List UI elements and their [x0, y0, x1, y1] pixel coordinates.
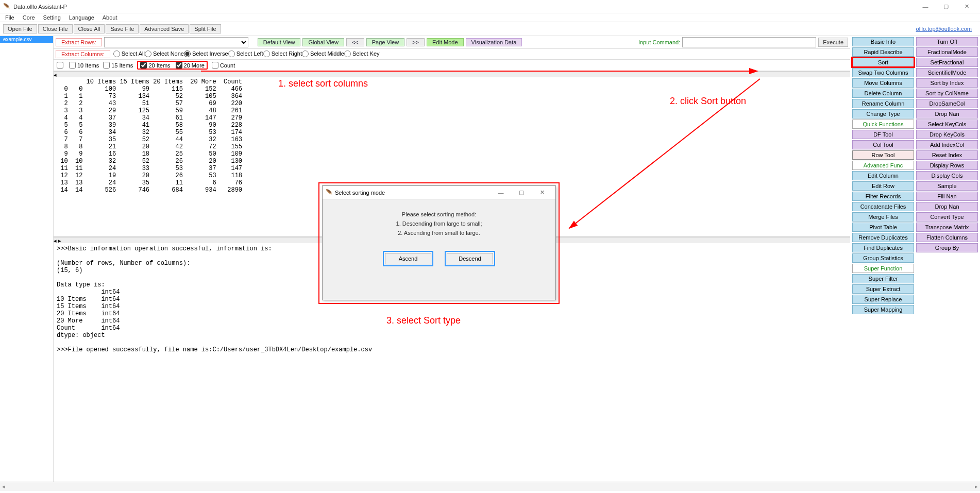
panel-convert-type[interactable]: Convert Type — [916, 212, 978, 222]
panel-select-keycols[interactable]: Select KeyCols — [916, 120, 978, 129]
panel-drop-nan[interactable]: Drop Nan — [916, 109, 978, 118]
scroll-left-icon[interactable]: ◂ — [0, 482, 7, 491]
dialog-title: Select sorting mode — [335, 190, 385, 196]
edit-mode-button[interactable]: Edit Mode — [427, 38, 464, 46]
maximize-icon[interactable]: ▢ — [936, 1, 956, 13]
panel-drop-keycols[interactable]: Drop KeyCols — [916, 130, 978, 139]
save-file-button[interactable]: Save File — [106, 24, 139, 33]
panel-transpose-matrix[interactable]: Transpose Matrix — [916, 223, 978, 232]
command-input[interactable] — [682, 37, 816, 47]
panel-concatenate-files[interactable]: Concatenate Files — [852, 202, 914, 211]
email-link[interactable]: olllo.top@outlook.com — [916, 26, 977, 32]
horiz-scroll-top[interactable]: ◂ — [54, 71, 850, 77]
panel-group-statistics[interactable]: Group Statistics — [852, 253, 914, 263]
panel-move-columns[interactable]: Move Columns — [852, 78, 914, 88]
menu-about[interactable]: About — [103, 14, 117, 21]
scroll-right-icon[interactable]: ▸ — [973, 482, 980, 491]
panel-find-duplicates[interactable]: Find Duplicates — [852, 243, 914, 252]
panel-display-cols[interactable]: Display Cols — [916, 171, 978, 180]
select-radio-select-right[interactable]: Select Right — [263, 50, 302, 57]
panel-filter-records[interactable]: Filter Records — [852, 192, 914, 201]
panel-row-tool[interactable]: Row Tool — [852, 150, 914, 160]
panel-turn-off[interactable]: Turn Off — [916, 37, 978, 46]
panel-edit-row[interactable]: Edit Row — [852, 181, 914, 191]
panel-dropsamecol[interactable]: DropSameCol — [916, 99, 978, 108]
panel-super-extract[interactable]: Super Extract — [852, 284, 914, 294]
panel-scientificimode[interactable]: ScientificIMode — [916, 68, 978, 77]
open-file-button[interactable]: Open File — [3, 24, 37, 33]
select-radio-select-middle[interactable]: Select Middle — [302, 50, 344, 57]
next-page-button[interactable]: >> — [407, 38, 425, 46]
dialog-maximize-icon[interactable]: ▢ — [511, 186, 532, 199]
panel-swap-two-columns[interactable]: Swap Two Columns — [852, 68, 914, 77]
panel-rapid-describe[interactable]: Rapid Describe — [852, 47, 914, 57]
panel-basic-info[interactable]: Basic Info — [852, 37, 914, 46]
select-radio-select-none[interactable]: Select None — [145, 50, 184, 57]
col-check-index[interactable] — [57, 62, 65, 69]
panel-sort[interactable]: Sort — [852, 58, 914, 67]
col-check-10-items[interactable]: 10 Items — [69, 62, 99, 69]
panel-df-tool[interactable]: DF Tool — [852, 130, 914, 139]
select-radio-select-left[interactable]: Select Left — [228, 50, 263, 57]
close-file-button[interactable]: Close File — [38, 24, 73, 33]
panel-change-type[interactable]: Change Type — [852, 109, 914, 118]
dialog-line3: 2. Ascending from small to large. — [328, 228, 550, 237]
page-view-button[interactable]: Page View — [366, 38, 404, 46]
visualization-button[interactable]: Visualization Data — [466, 38, 522, 46]
panel-rename-column[interactable]: Rename Column — [852, 99, 914, 108]
panel-super-mapping[interactable]: Super Mapping — [852, 305, 914, 314]
panel-setfractional[interactable]: SetFractional — [916, 58, 978, 67]
menu-setting[interactable]: Setting — [43, 14, 61, 21]
panel-edit-column[interactable]: Edit Column — [852, 171, 914, 180]
panel-fractionalmode[interactable]: FractionalMode — [916, 47, 978, 57]
panel-flatten-columns[interactable]: Flatten Columns — [916, 233, 978, 242]
extract-columns-button[interactable]: Extract Columns: — [56, 50, 110, 58]
panel-super-replace[interactable]: Super Replace — [852, 295, 914, 304]
advanced-save-button[interactable]: Advanced Save — [140, 24, 189, 33]
dialog-close-icon[interactable]: ✕ — [532, 186, 552, 199]
panel-sort-by-index[interactable]: Sort by Index — [916, 78, 978, 88]
col-check-count[interactable]: Count — [212, 62, 235, 69]
panel-pivot-table[interactable]: Pivot Table — [852, 223, 914, 232]
menu-core[interactable]: Core — [23, 14, 35, 21]
col-check-20-items[interactable]: 20 Items — [140, 62, 170, 69]
col-check-15-items[interactable]: 15 Items — [103, 62, 133, 69]
select-radio-select-key[interactable]: Select Key — [344, 50, 380, 57]
panel-display-rows[interactable]: Display Rows — [916, 161, 978, 170]
execute-button[interactable]: Execute — [818, 38, 848, 47]
extract-rows-dropdown[interactable] — [104, 37, 248, 47]
selected-columns-highlight: 20 Items20 More — [137, 61, 208, 70]
column-checkboxes: 10 Items15 Items20 Items20 MoreCount — [54, 60, 850, 71]
panel-delete-column[interactable]: Delete Column — [852, 89, 914, 98]
descend-button[interactable]: Descend — [447, 253, 493, 264]
panel-remove-duplicates[interactable]: Remove Duplicates — [852, 233, 914, 242]
panel-reset-index[interactable]: Reset Index — [916, 150, 978, 160]
extract-rows-button[interactable]: Extract Rows: — [56, 38, 102, 46]
prev-page-button[interactable]: << — [346, 38, 364, 46]
panel-drop-nan[interactable]: Drop Nan — [916, 202, 978, 211]
select-radio-select-all[interactable]: Select All — [113, 50, 145, 57]
minimize-icon[interactable]: ― — [915, 1, 936, 13]
window-title: Data.olllo Assistant-P — [13, 4, 67, 10]
ascend-button[interactable]: Ascend — [385, 253, 431, 264]
file-tab[interactable]: example.csv — [0, 36, 53, 43]
panel-col-tool[interactable]: Col Tool — [852, 140, 914, 149]
panel-merge-files[interactable]: Merge Files — [852, 212, 914, 222]
global-view-button[interactable]: Global View — [302, 38, 344, 46]
feather-icon: 🪶 — [3, 3, 10, 10]
close-all-button[interactable]: Close All — [74, 24, 105, 33]
panel-super-filter[interactable]: Super Filter — [852, 274, 914, 283]
default-view-button[interactable]: Default View — [258, 38, 301, 46]
panel-sample[interactable]: Sample — [916, 181, 978, 191]
close-icon[interactable]: ✕ — [956, 1, 977, 13]
dialog-minimize-icon[interactable]: ― — [491, 186, 511, 199]
col-check-20-more[interactable]: 20 More — [176, 62, 205, 69]
menu-file[interactable]: File — [5, 14, 14, 21]
panel-group-by[interactable]: Group By — [916, 243, 978, 252]
panel-fill-nan[interactable]: Fill Nan — [916, 192, 978, 201]
split-file-button[interactable]: Split File — [190, 24, 221, 33]
select-radio-select-inverse[interactable]: Select Inverse — [184, 50, 228, 57]
panel-sort-by-colname[interactable]: Sort by ColName — [916, 89, 978, 98]
menu-language[interactable]: Language — [69, 14, 94, 21]
panel-add-indexcol[interactable]: Add IndexCol — [916, 140, 978, 149]
